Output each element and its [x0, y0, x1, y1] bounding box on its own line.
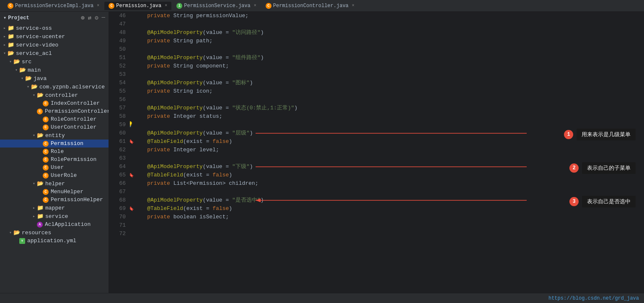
sidebar-item-label: resources [22, 230, 51, 236]
code-token: value [206, 196, 222, 205]
line-number: 57 [109, 104, 126, 112]
class-icon: C [43, 141, 49, 147]
sidebar-item-service-acl[interactable]: ▾📂service_acl [0, 49, 109, 57]
tree-arrow-icon: ▸ [2, 26, 8, 31]
code-token: @ApiModelProperty [147, 79, 203, 87]
sidebar-item-label: RoleController [51, 116, 96, 122]
tab-close[interactable]: × [254, 3, 256, 8]
sidebar-item-label: mapper [45, 205, 65, 211]
code-line [134, 154, 644, 163]
tree-arrow-icon: ▾ [19, 76, 25, 81]
line-number: 56 [109, 96, 126, 104]
tab-icon: 1 [176, 3, 182, 9]
folder-icon: 📁 [8, 41, 14, 48]
code-token [134, 12, 147, 20]
code-token: ) [294, 104, 297, 112]
sidebar-item-MenuHelper[interactable]: CMenuHelper [0, 188, 109, 196]
tab-tab3[interactable]: 1PermissionService.java× [172, 2, 260, 10]
sidebar-item-helper[interactable]: ▾📂helper [0, 179, 109, 188]
code-token: = [203, 171, 212, 179]
line-number: 64 [109, 163, 126, 171]
code-token: = [222, 79, 232, 87]
code-area[interactable]: private String permissionValue; @ApiMode… [130, 12, 644, 293]
code-line: private String icon; [134, 87, 644, 96]
line-number: 59 [109, 121, 126, 129]
tab-close[interactable]: × [97, 3, 99, 8]
sidebar-item-java[interactable]: ▾📂java [0, 74, 109, 83]
lightbulb-icon: 💡 [130, 121, 133, 129]
sidebar-item-UserController[interactable]: CUserController [0, 123, 109, 131]
sidebar-item-resources[interactable]: ▾📂resources [0, 228, 109, 237]
sidebar-item-User[interactable]: CUser [0, 163, 109, 171]
sidebar-item-Role[interactable]: CRole [0, 148, 109, 155]
folder-icon: 📁 [37, 213, 44, 220]
sidebar-item-label: helper [45, 181, 65, 187]
code-line: private String permissionValue; [134, 12, 644, 20]
code-token [134, 112, 147, 121]
code-line: @ApiModelProperty(value = "层级") [134, 129, 644, 137]
tab-label: PermissionServiceImpl.java [15, 3, 93, 9]
folder-icon: 📂 [25, 75, 32, 82]
sidebar-item-label: com.yzpnb.aclservice [39, 84, 105, 90]
sidebar-item-service-video[interactable]: ▸📁service-video [0, 41, 109, 49]
sidebar-item-service-oss[interactable]: ▸📁service-oss [0, 24, 109, 32]
sidebar-title: Project [8, 15, 29, 21]
line-number: 60 [109, 129, 126, 137]
collapse-icon[interactable]: ⇄ [88, 14, 91, 21]
sidebar-item-application-yml[interactable]: Yapplication.yml [0, 237, 109, 245]
sidebar-item-controller[interactable]: ▾📂controller [0, 91, 109, 99]
sidebar-item-PermissionController[interactable]: CPermissionController [0, 107, 109, 115]
sidebar-item-PermissionHelper[interactable]: CPermissionHelper [0, 196, 109, 204]
sidebar-item-AclApplication[interactable]: AAclApplication [0, 220, 109, 228]
bookmark-icon: 🔖 [130, 137, 134, 146]
sidebar-item-service[interactable]: ▸📁service [0, 212, 109, 220]
code-token: "层级" [232, 129, 250, 137]
sidebar-item-label: entity [45, 132, 65, 139]
sidebar-item-mapper[interactable]: ▸📁mapper [0, 204, 109, 212]
code-token: ) [229, 171, 232, 179]
sidebar-item-IndexController[interactable]: CIndexController [0, 99, 109, 107]
code-line: private List<Permission> children; [134, 179, 644, 188]
sidebar-item-service-ucenter[interactable]: ▸📁service-ucenter [0, 32, 109, 41]
code-token: value [206, 54, 222, 62]
tree-arrow-icon: ▾ [31, 93, 37, 98]
tab-close[interactable]: × [352, 3, 354, 8]
status-link[interactable]: https://blog.csdn.net/grd_java [548, 295, 639, 301]
line-number: 63 [109, 154, 126, 163]
sidebar-item-entity[interactable]: ▾📂entity [0, 131, 109, 140]
localize-icon[interactable]: ⊕ [81, 14, 84, 21]
code-token: ( [203, 129, 206, 137]
tab-tab2[interactable]: CPermission.java× [104, 2, 171, 10]
tab-tab4[interactable]: CPermissionController.java× [261, 2, 359, 10]
sidebar-item-UserRole[interactable]: CUserRole [0, 171, 109, 179]
line-number: 66 [109, 179, 126, 188]
settings-icon[interactable]: ⚙ [95, 14, 98, 21]
folder-icon: 📂 [13, 229, 20, 236]
sidebar-item-RoleController[interactable]: CRoleController [0, 115, 109, 123]
tree-arrow-icon: ▸ [31, 214, 37, 219]
sidebar-item-RolePermission[interactable]: CRolePermission [0, 155, 109, 163]
tab-close[interactable]: × [165, 3, 167, 8]
tree-arrow-icon: ▾ [8, 59, 13, 64]
tab-label: Permission.java [116, 3, 161, 9]
sidebar-item-Permission[interactable]: CPermission [0, 140, 109, 148]
code-line: 💡 [134, 121, 644, 129]
tab-tab1[interactable]: CPermissionServiceImpl.java× [3, 2, 103, 10]
folder-icon: 📂 [37, 132, 44, 139]
folder-icon: 📁 [8, 25, 14, 31]
code-token: String path; [170, 37, 212, 45]
minimize-icon[interactable]: ─ [102, 14, 105, 21]
sidebar-item-label: service-video [16, 42, 58, 48]
code-token: ( [203, 104, 206, 112]
code-token: private [147, 179, 170, 188]
sidebar-header: ▾ Project ⊕ ⇄ ⚙ ─ [0, 12, 109, 24]
sidebar[interactable]: ▾ Project ⊕ ⇄ ⚙ ─ ▸📁service-oss▸📁service… [0, 12, 109, 293]
sidebar-item-label: PermissionHelper [51, 197, 103, 203]
line-number: 61 [109, 137, 126, 146]
sidebar-item-src[interactable]: ▾📂src [0, 57, 109, 66]
tree-arrow-icon: ▸ [2, 42, 8, 47]
sidebar-item-main[interactable]: ▾📂main [0, 66, 109, 74]
code-line: @ApiModelProperty(value = "图标") [134, 79, 644, 87]
sidebar-item-com-yzpnb-aclservice[interactable]: ▾📂com.yzpnb.aclservice [0, 83, 109, 91]
sidebar-item-label: service-oss [16, 25, 52, 31]
